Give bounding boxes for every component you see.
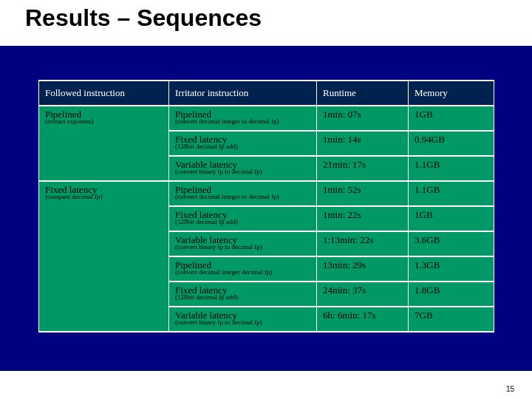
irritator-cell: Variable latency (convert binary fp to d… xyxy=(169,156,317,181)
runtime-cell: 1min: 52s xyxy=(317,181,409,206)
memory-cell: 1.1GB xyxy=(409,156,494,181)
results-table: Followed instruction Irritator instructi… xyxy=(38,80,494,332)
runtime-cell: 6h: 6min: 17s xyxy=(317,307,409,332)
memory-cell: 3.6GB xyxy=(409,231,494,256)
memory-cell: 0.94GB xyxy=(409,131,494,156)
results-table-wrap: Followed instruction Irritator instructi… xyxy=(38,80,494,332)
col-followed: Followed instruction xyxy=(39,81,169,106)
footer-bar: 15 xyxy=(0,371,532,399)
irritator-sub: (convert decimal integer to decimal fp) xyxy=(175,118,310,125)
irritator-sub: (128bit decimal fp add) xyxy=(175,143,310,150)
memory-cell: 1GB xyxy=(409,106,494,131)
irritator-cell: Variable latency (convert binary fp to d… xyxy=(169,307,317,332)
runtime-cell: 21min: 17s xyxy=(317,156,409,181)
runtime-cell: 1min: 07s xyxy=(317,106,409,131)
irritator-cell: Fixed latency (128bit decimal fp add) xyxy=(169,282,317,307)
irritator-sub: (convert decimal integer to decimal fp) xyxy=(175,194,310,200)
slide: Results – Sequences Followed instruction… xyxy=(0,0,532,399)
followed-cell: Fixed latency (compare decimal fp) xyxy=(39,181,169,332)
irritator-sub: (convert decimal integer decimal fp) xyxy=(175,269,310,276)
memory-cell: 1.1GB xyxy=(409,181,494,206)
followed-sub: (extract exponent) xyxy=(45,118,163,125)
col-irritator: Irritator instruction xyxy=(169,81,317,106)
followed-sub: (compare decimal fp) xyxy=(45,194,163,200)
runtime-cell: 24min: 37s xyxy=(317,282,409,307)
irritator-sub: (convert binary fp to decimal fp) xyxy=(175,168,310,175)
memory-cell: 1.8GB xyxy=(409,282,494,307)
memory-cell: 7GB xyxy=(409,307,494,332)
irritator-cell: Pipelined (convert decimal integer to de… xyxy=(169,181,317,206)
irritator-cell: Pipelined (convert decimal integer to de… xyxy=(169,106,317,131)
col-runtime: Runtime xyxy=(317,81,409,106)
slide-title: Results – Sequences xyxy=(25,4,532,32)
page-number: 15 xyxy=(506,385,514,393)
irritator-cell: Fixed latency (128bit decimal fp add) xyxy=(169,206,317,231)
irritator-sub: (128bit decimal fp add) xyxy=(175,219,310,225)
runtime-cell: 1min: 14s xyxy=(317,131,409,156)
irritator-sub: (128bit decimal fp add) xyxy=(175,294,310,301)
irritator-sub: (convert binary fp to decimal fp) xyxy=(175,244,310,250)
table-header-row: Followed instruction Irritator instructi… xyxy=(39,81,494,106)
col-memory: Memory xyxy=(409,81,494,106)
title-bar: Results – Sequences xyxy=(0,0,532,46)
runtime-cell: 1min: 22s xyxy=(317,206,409,231)
table-row: Pipelined (extract exponent) Pipelined (… xyxy=(39,106,494,131)
memory-cell: 1GB xyxy=(409,206,494,231)
runtime-cell: 1:13min: 22s xyxy=(317,231,409,256)
irritator-cell: Pipelined (convert decimal integer decim… xyxy=(169,256,317,282)
memory-cell: 1.3GB xyxy=(409,256,494,282)
runtime-cell: 13min: 29s xyxy=(317,256,409,282)
irritator-cell: Fixed latency (128bit decimal fp add) xyxy=(169,131,317,156)
irritator-sub: (convert binary fp to decimal fp) xyxy=(175,319,310,326)
irritator-cell: Variable latency (convert binary fp to d… xyxy=(169,231,317,256)
followed-cell: Pipelined (extract exponent) xyxy=(39,106,169,181)
table-row: Fixed latency (compare decimal fp) Pipel… xyxy=(39,181,494,206)
